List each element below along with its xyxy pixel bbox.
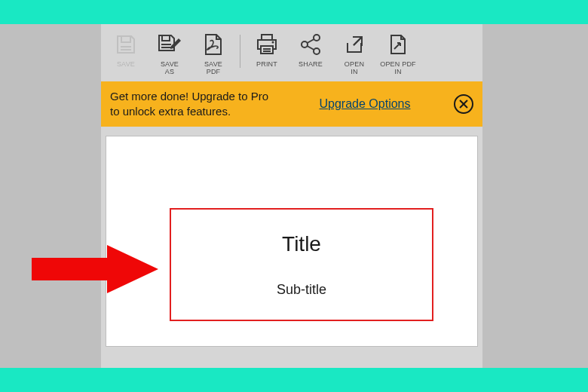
open-in-button[interactable]: OPEN IN [332,32,376,75]
save-pdf-label: SAVE PDF [204,60,222,75]
open-pdf-in-button[interactable]: OPEN PDF IN [376,32,420,75]
save-icon [115,32,137,57]
upgrade-options-link[interactable]: Upgrade Options [320,97,411,111]
app-window: SAVE SAVE [101,24,482,368]
svg-point-12 [302,41,308,47]
title-slide-placeholder[interactable]: Title Sub-title [170,208,433,321]
svg-rect-6 [262,35,272,40]
open-pdf-in-icon [387,32,409,57]
svg-point-11 [314,35,320,41]
upgrade-banner: Get more done! Upgrade to Pro to unlock … [101,81,482,127]
stage: SAVE SAVE [0,0,588,392]
svg-point-13 [314,48,320,54]
upgrade-message: Get more done! Upgrade to Pro to unlock … [110,89,276,119]
svg-line-14 [308,39,314,43]
save-as-icon [158,32,182,57]
open-in-label: OPEN IN [345,60,364,75]
toolbar-separator [240,35,240,68]
save-as-button[interactable]: SAVE AS [148,32,191,75]
banner-close-button[interactable] [454,94,473,114]
save-label: SAVE [117,60,135,68]
document-area: Title Sub-title [101,127,482,347]
svg-rect-0 [121,36,130,42]
svg-point-10 [272,41,274,44]
share-label: SHARE [299,60,323,68]
svg-rect-3 [162,35,170,41]
share-icon [299,32,323,57]
decorative-band-bottom [0,368,588,392]
svg-line-15 [308,46,314,50]
toolbar: SAVE SAVE [101,24,482,81]
decorative-band-top [0,0,588,24]
save-pdf-button[interactable]: SAVE PDF [191,32,235,75]
slide-title[interactable]: Title [282,232,321,256]
print-button[interactable]: PRINT [245,32,289,68]
save-pdf-icon [202,32,225,57]
open-pdf-in-label: OPEN PDF IN [380,60,416,75]
document-page[interactable]: Title Sub-title [106,136,478,347]
slide-subtitle[interactable]: Sub-title [277,282,326,298]
print-label: PRINT [256,60,277,68]
open-in-icon [343,32,366,57]
save-as-label: SAVE AS [161,60,179,75]
print-icon [254,32,280,57]
save-button[interactable]: SAVE [104,32,148,68]
share-button[interactable]: SHARE [289,32,332,68]
